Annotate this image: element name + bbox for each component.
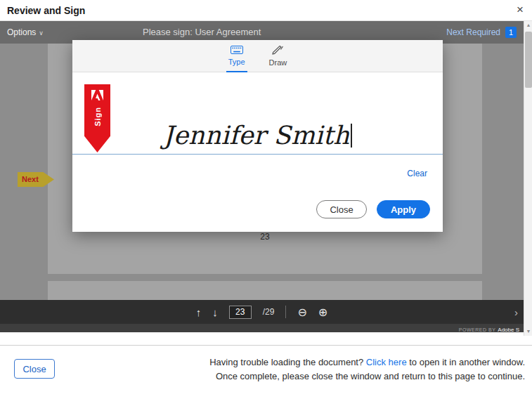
adobe-logo-icon [91,84,103,103]
text-caret [351,124,352,148]
help-text: Having trouble loading the document? Cli… [209,355,525,384]
zoom-in-icon[interactable]: ⊕ [318,306,327,319]
signature-area: Sign Jennifer Smith Clear Close Apply [72,72,443,231]
next-required-label: Next Required [446,27,500,37]
zoom-out-icon[interactable]: ⊖ [297,306,306,319]
footer-close-button[interactable]: Close [14,359,55,379]
next-required-indicator[interactable]: Next Required 1 [446,21,517,44]
tab-draw[interactable]: Draw [266,40,290,72]
dialog-title: Review and Sign [7,0,85,21]
powered-by-bar: POWERED BYAdobe S [0,324,524,332]
help-line1-pre: Having trouble loading the document? [209,357,366,367]
help-line1-post: to open it in another window. [407,357,525,367]
tab-type[interactable]: Type [226,40,248,72]
signature-dialog: Type Draw Sign Jennifer Smith Clear Clos… [72,40,443,232]
click-here-link[interactable]: Click here [366,357,407,367]
clear-link[interactable]: Clear [407,169,427,178]
footer: Close Having trouble loading the documen… [0,345,532,399]
scroll-down-icon[interactable]: ▼ [524,327,532,336]
tab-type-label: Type [228,58,245,66]
toolbar-divider [285,306,286,318]
page-total-label: /29 [263,307,275,317]
close-icon[interactable]: × [514,0,526,20]
options-menu[interactable]: Options∨ [7,21,44,44]
signature-value: Jennifer Smith [163,121,349,150]
dialog-header: Review and Sign × [0,0,532,21]
pdf-toolbar: ↑ ↓ /29 ⊖ ⊕ › [0,300,524,324]
page-number-input[interactable] [229,306,252,319]
signature-text-input[interactable]: Jennifer Smith [72,117,443,154]
pen-icon [272,46,283,56]
scroll-up-icon[interactable]: ▲ [524,21,532,30]
dialog-actions: Close Apply [316,200,430,218]
signature-baseline [72,154,443,155]
scrollbar-thumb[interactable] [525,32,532,88]
scrollbar[interactable]: ▲ ▼ [524,21,532,336]
signature-tabs: Type Draw [72,40,443,72]
keyboard-icon [231,46,243,55]
next-required-badge: 1 [505,27,517,38]
toolbar-expand-icon[interactable]: › [514,306,518,318]
adobe-brand-label: Adobe S [498,327,519,333]
signature-apply-button[interactable]: Apply [377,200,430,218]
review-and-sign-window: Review and Sign × Options∨ Please sign: … [0,0,532,399]
page-number-label: 23 [48,232,482,242]
powered-by-label: POWERED BY [459,327,495,332]
tab-draw-label: Draw [269,58,287,67]
chevron-down-icon: ∨ [39,30,44,37]
help-line2: Once complete, please close the window a… [216,371,525,381]
signature-close-button[interactable]: Close [316,200,367,218]
page-up-icon[interactable]: ↑ [196,306,202,318]
page-down-icon[interactable]: ↓ [212,306,218,318]
options-label: Options [7,27,36,37]
